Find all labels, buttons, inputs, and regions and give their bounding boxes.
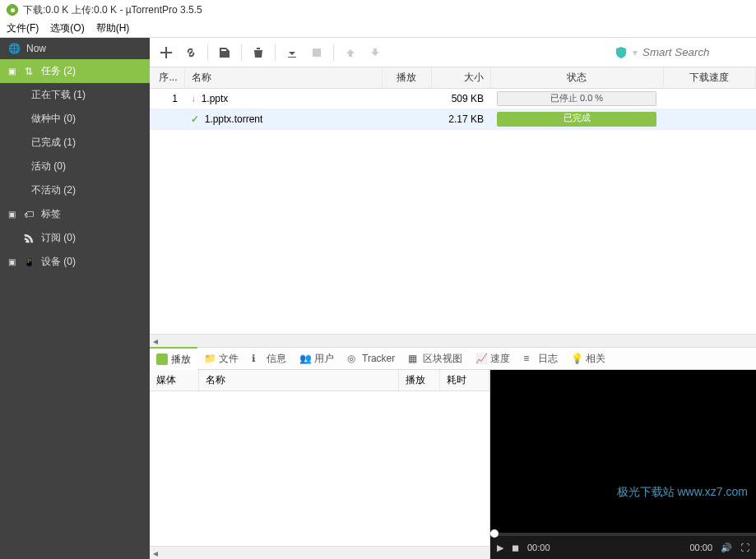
- col-status[interactable]: 状态: [490, 67, 663, 89]
- menu-help[interactable]: 帮助(H): [96, 21, 130, 35]
- sidebar-item-devices[interactable]: ▣ 📱 设备 (0): [0, 250, 150, 274]
- users-icon: 👥: [299, 353, 311, 364]
- grid-icon: ▦: [408, 353, 420, 364]
- tag-icon: 🏷: [23, 209, 35, 220]
- mcol-duration[interactable]: 耗时: [440, 370, 489, 390]
- detail-tabs: 播放 📁文件 ℹ信息 👥用户 ◎Tracker ▦区块视图 📈速度 ≡日志 💡相…: [150, 347, 756, 370]
- volume-button[interactable]: 🔊: [721, 543, 732, 553]
- rss-icon: [23, 233, 35, 244]
- stop-button[interactable]: [305, 41, 328, 64]
- table-row[interactable]: ✓ 1.pptx.torrent 2.17 KB 已完成: [150, 109, 756, 130]
- menu-options[interactable]: 选项(O): [50, 21, 84, 35]
- menu-file[interactable]: 文件(F): [7, 21, 39, 35]
- expand-icon: ▣: [8, 257, 16, 266]
- sidebar-item-inactive[interactable]: 不活动 (2): [0, 178, 150, 202]
- col-dlspeed[interactable]: 下载速度: [663, 67, 756, 89]
- col-num[interactable]: 序...: [150, 67, 184, 89]
- tab-files[interactable]: 📁文件: [197, 348, 245, 370]
- tab-tracker[interactable]: ◎Tracker: [341, 349, 401, 368]
- folder-icon: 📁: [204, 353, 216, 364]
- col-name[interactable]: 名称: [184, 67, 382, 89]
- sidebar-item-active[interactable]: 活动 (0): [0, 155, 150, 178]
- stop-media-button[interactable]: ◼: [512, 543, 519, 553]
- table-row[interactable]: 1 ↓ 1.pptx 509 KB 已停止 0.0 %: [150, 89, 756, 109]
- tab-play[interactable]: 播放: [150, 347, 197, 371]
- hscrollbar-bottom[interactable]: ◂: [150, 546, 489, 559]
- sidebar-item-feeds[interactable]: 订阅 (0): [0, 226, 150, 250]
- tab-log[interactable]: ≡日志: [517, 348, 564, 370]
- sidebar-item-tasks[interactable]: ▣ ⇅ 任务 (2): [0, 59, 150, 83]
- watermark: 极光下载站 www.xz7.com: [617, 485, 748, 500]
- grid-header: 序... 名称 播放 大小 状态 下载速度: [150, 67, 756, 89]
- expand-icon: ▣: [8, 210, 16, 219]
- info-icon: ℹ: [252, 353, 263, 364]
- time-total: 00:00: [689, 543, 712, 552]
- col-size[interactable]: 大小: [431, 67, 490, 89]
- sidebar-item-labels[interactable]: ▣ 🏷 标签: [0, 202, 150, 226]
- sidebar-item-now[interactable]: 🌐 Now: [0, 38, 150, 59]
- create-torrent-button[interactable]: [213, 41, 236, 64]
- mcol-name[interactable]: 名称: [199, 370, 399, 390]
- shield-icon: [615, 46, 628, 59]
- tab-speed[interactable]: 📈速度: [469, 348, 517, 370]
- mcol-play[interactable]: 播放: [399, 370, 440, 390]
- mcol-media[interactable]: 媒体: [150, 370, 199, 390]
- media-list-empty: [150, 391, 489, 546]
- sidebar-item-completed[interactable]: 已完成 (1): [0, 131, 150, 155]
- toolbar: ▾: [150, 38, 756, 67]
- tab-pieces[interactable]: ▦区块视图: [401, 348, 469, 370]
- col-play[interactable]: 播放: [382, 67, 431, 89]
- move-down-button[interactable]: [364, 41, 387, 64]
- tab-related[interactable]: 💡相关: [564, 348, 612, 370]
- device-icon: 📱: [23, 256, 35, 268]
- download-icon: ↓: [191, 93, 196, 104]
- status-done: 已完成: [497, 112, 656, 127]
- remove-button[interactable]: [247, 41, 270, 64]
- move-up-button[interactable]: [339, 41, 362, 64]
- video-player: 极光下载站 www.xz7.com ▶ ◼ 00:00 00:00 🔊 ⛶: [490, 370, 756, 559]
- globe-icon: 🌐: [8, 43, 20, 54]
- target-icon: ◎: [347, 353, 359, 364]
- play-button[interactable]: ▶: [497, 543, 503, 553]
- check-icon: ✓: [191, 113, 199, 125]
- seek-bar[interactable]: [490, 533, 756, 536]
- sidebar-item-seeding[interactable]: 做种中 (0): [0, 107, 150, 131]
- fullscreen-button[interactable]: ⛶: [740, 543, 749, 552]
- torrent-grid: 序... 名称 播放 大小 状态 下载速度 1 ↓ 1.pptx 509 KB: [150, 67, 756, 334]
- add-torrent-button[interactable]: [155, 41, 178, 64]
- play-icon: [156, 353, 168, 365]
- search-box[interactable]: ▾: [615, 46, 751, 59]
- seek-thumb[interactable]: [490, 529, 499, 538]
- bulb-icon: 💡: [571, 353, 582, 364]
- sidebar-item-downloading[interactable]: 正在下载 (1): [0, 83, 150, 107]
- search-input[interactable]: [642, 46, 741, 58]
- app-logo-icon: [7, 4, 18, 16]
- menu-bar: 文件(F) 选项(O) 帮助(H): [0, 20, 756, 38]
- hscrollbar-top[interactable]: ◂: [150, 334, 756, 347]
- updown-icon: ⇅: [23, 66, 35, 77]
- svg-rect-0: [313, 49, 321, 57]
- time-current: 00:00: [527, 543, 550, 552]
- chart-icon: 📈: [475, 353, 487, 364]
- tab-peers[interactable]: 👥用户: [293, 348, 341, 370]
- window-title: 下载:0.0 K 上传:0.0 K - µTorrentPro 3.5.5: [23, 3, 202, 17]
- status-stopped: 已停止 0.0 %: [497, 91, 656, 106]
- media-panel: 媒体 名称 播放 耗时 ◂: [150, 370, 490, 559]
- add-url-button[interactable]: [179, 41, 202, 64]
- tab-info[interactable]: ℹ信息: [245, 348, 293, 370]
- start-button[interactable]: [281, 41, 304, 64]
- sidebar: 🌐 Now ▣ ⇅ 任务 (2) 正在下载 (1) 做种中 (0) 已完成 (1…: [0, 38, 150, 559]
- expand-icon: ▣: [8, 67, 16, 76]
- list-icon: ≡: [523, 353, 535, 364]
